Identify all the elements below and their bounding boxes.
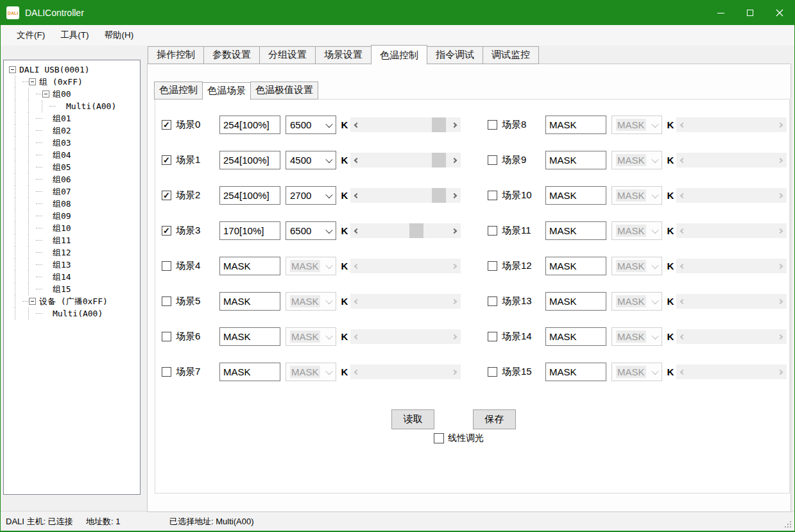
tree-item[interactable]: 组00 <box>4 88 140 100</box>
slider-right-arrow-icon[interactable] <box>450 117 461 132</box>
scene-value-input[interactable] <box>545 116 606 134</box>
slider-right-arrow-icon[interactable] <box>776 259 787 273</box>
tree-item[interactable]: Multi(A00) <box>4 307 140 320</box>
main-tab-0[interactable]: 操作控制 <box>148 46 204 64</box>
slider-left-arrow-icon[interactable] <box>350 294 361 309</box>
slider-thumb[interactable] <box>432 117 446 132</box>
slider-left-arrow-icon[interactable] <box>350 365 361 379</box>
tree-item[interactable]: Multi(A00) <box>4 100 140 112</box>
slider-right-arrow-icon[interactable] <box>450 153 461 167</box>
scene-checkbox[interactable] <box>162 296 171 306</box>
slider-left-arrow-icon[interactable] <box>350 117 361 132</box>
scene-checkbox[interactable] <box>488 120 497 130</box>
scene-temp-dropdown[interactable]: 6500 <box>286 116 336 134</box>
scene-checkbox[interactable] <box>162 120 171 130</box>
menu-file[interactable]: 文件(F) <box>9 26 53 45</box>
scene-value-input[interactable] <box>219 292 280 311</box>
slider-right-arrow-icon[interactable] <box>450 259 461 273</box>
scene-temp-dropdown[interactable]: MASK <box>286 363 336 381</box>
scene-temp-dropdown[interactable]: MASK <box>611 363 662 381</box>
scene-temp-dropdown[interactable]: 4500 <box>286 151 336 169</box>
scene-slider[interactable] <box>350 188 461 203</box>
scene-checkbox[interactable] <box>488 226 497 236</box>
slider-left-arrow-icon[interactable] <box>350 223 361 238</box>
scene-checkbox[interactable] <box>162 155 171 165</box>
scene-value-input[interactable] <box>545 257 606 275</box>
slider-right-arrow-icon[interactable] <box>776 153 787 167</box>
scene-value-input[interactable] <box>545 327 606 346</box>
slider-left-arrow-icon[interactable] <box>676 365 687 379</box>
slider-right-arrow-icon[interactable] <box>776 329 787 344</box>
scene-temp-dropdown[interactable]: 2700 <box>286 186 336 205</box>
scene-checkbox[interactable] <box>162 261 171 271</box>
slider-right-arrow-icon[interactable] <box>450 329 461 344</box>
scene-slider[interactable] <box>676 188 787 203</box>
main-tab-3[interactable]: 场景设置 <box>315 46 372 64</box>
scene-checkbox[interactable] <box>162 191 171 200</box>
scene-value-input[interactable] <box>545 292 606 311</box>
tree-item[interactable]: 组13 <box>4 259 140 271</box>
scene-value-input[interactable] <box>545 186 606 205</box>
scene-slider[interactable] <box>676 329 787 344</box>
slider-right-arrow-icon[interactable] <box>776 365 787 379</box>
scene-slider[interactable] <box>350 294 461 309</box>
scene-slider[interactable] <box>350 329 461 344</box>
tree-item[interactable]: 组04 <box>4 149 140 161</box>
scene-checkbox[interactable] <box>162 226 171 236</box>
tree-item[interactable]: 组11 <box>4 234 140 246</box>
main-tab-1[interactable]: 参数设置 <box>203 46 260 64</box>
titlebar[interactable]: DALI DALIController <box>1 1 794 25</box>
tree-item[interactable]: 组08 <box>4 198 140 210</box>
resize-grip-icon[interactable] <box>790 526 791 528</box>
tree-item[interactable]: 设备 (广播0xFF) <box>4 295 140 307</box>
slider-right-arrow-icon[interactable] <box>450 365 461 379</box>
slider-right-arrow-icon[interactable] <box>450 188 461 203</box>
scene-value-input[interactable] <box>219 363 280 381</box>
tree-item[interactable]: 组05 <box>4 161 140 173</box>
menu-tools[interactable]: 工具(T) <box>53 26 96 45</box>
slider-right-arrow-icon[interactable] <box>776 117 787 132</box>
slider-right-arrow-icon[interactable] <box>776 188 787 203</box>
scene-value-input[interactable] <box>545 151 606 169</box>
scene-slider[interactable] <box>350 153 461 167</box>
slider-left-arrow-icon[interactable] <box>350 329 361 344</box>
scene-value-input[interactable] <box>545 221 606 240</box>
minimize-button[interactable] <box>706 1 735 25</box>
tree-item[interactable]: 组12 <box>4 246 140 259</box>
sub-tab-0[interactable]: 色温控制 <box>154 82 203 99</box>
scene-temp-dropdown[interactable]: MASK <box>611 151 662 169</box>
close-button[interactable] <box>765 1 794 25</box>
linear-dimming-checkbox[interactable] <box>434 433 444 443</box>
main-tab-6[interactable]: 调试监控 <box>483 46 539 64</box>
slider-left-arrow-icon[interactable] <box>350 153 361 167</box>
slider-left-arrow-icon[interactable] <box>676 153 687 167</box>
scene-slider[interactable] <box>676 294 787 309</box>
slider-left-arrow-icon[interactable] <box>350 259 361 273</box>
slider-left-arrow-icon[interactable] <box>676 223 687 238</box>
tree-item[interactable]: 组09 <box>4 210 140 222</box>
main-tab-4[interactable]: 色温控制 <box>371 45 427 65</box>
slider-thumb[interactable] <box>409 223 423 238</box>
tree-item[interactable]: 组01 <box>4 112 140 124</box>
scene-checkbox[interactable] <box>488 261 497 271</box>
slider-left-arrow-icon[interactable] <box>676 329 687 344</box>
slider-thumb[interactable] <box>432 153 446 167</box>
menu-help[interactable]: 帮助(H) <box>97 26 142 45</box>
scene-slider[interactable] <box>676 223 787 238</box>
scene-value-input[interactable] <box>545 363 606 381</box>
scene-checkbox[interactable] <box>162 367 171 377</box>
slider-right-arrow-icon[interactable] <box>450 223 461 238</box>
scene-temp-dropdown[interactable]: 6500 <box>286 221 336 240</box>
slider-left-arrow-icon[interactable] <box>676 117 687 132</box>
slider-left-arrow-icon[interactable] <box>676 188 687 203</box>
scene-slider[interactable] <box>350 117 461 132</box>
scene-checkbox[interactable] <box>488 191 497 200</box>
collapse-icon[interactable] <box>29 78 36 85</box>
sub-tab-1[interactable]: 色温场景 <box>202 82 251 100</box>
scene-value-input[interactable] <box>219 151 280 169</box>
slider-left-arrow-icon[interactable] <box>676 294 687 309</box>
collapse-icon[interactable] <box>42 90 49 98</box>
scene-temp-dropdown[interactable]: MASK <box>286 327 336 346</box>
save-button[interactable]: 保存 <box>473 409 516 429</box>
collapse-icon[interactable] <box>9 66 16 73</box>
